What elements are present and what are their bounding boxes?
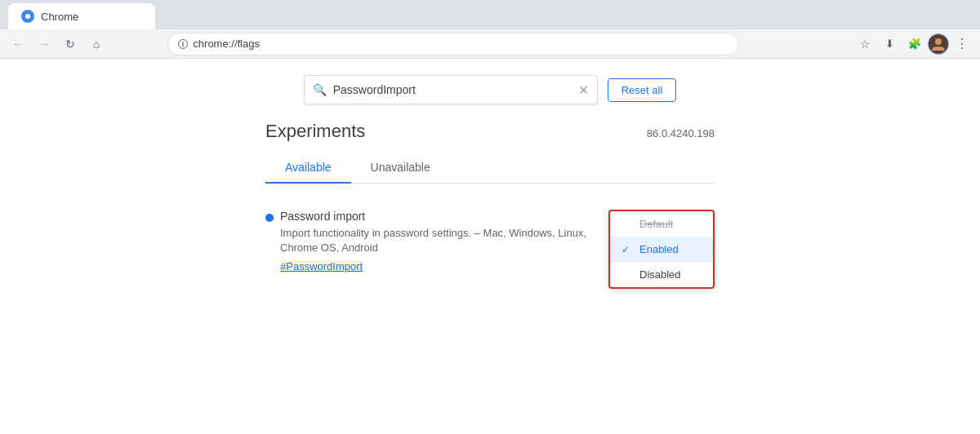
profile-avatar[interactable]: [928, 33, 949, 55]
tab-favicon: [21, 10, 34, 23]
experiments-header: Experiments 86.0.4240.198: [265, 121, 715, 153]
search-box: 🔍 ✕: [304, 75, 598, 104]
dropdown-option-default[interactable]: Default: [610, 211, 713, 237]
check-mark-enabled: ✓: [621, 244, 633, 255]
reload-button[interactable]: ↻: [59, 33, 82, 55]
experiment-left: Password import Import functionality in …: [265, 210, 600, 273]
download-icon: ⬇: [885, 38, 894, 50]
back-icon: ←: [12, 38, 24, 51]
version-text: 86.0.4240.198: [647, 127, 715, 140]
dropdown-label-enabled: Enabled: [639, 243, 679, 255]
experiment-dot: [265, 214, 274, 222]
svg-point-4: [935, 38, 942, 45]
page-title: Experiments: [265, 121, 365, 142]
home-icon: ⌂: [93, 38, 100, 51]
reload-icon: ↻: [65, 38, 75, 51]
dropdown-label-disabled: Disabled: [639, 268, 681, 281]
experiment-link[interactable]: #PasswordImport: [280, 260, 363, 272]
dropdown-option-enabled[interactable]: ✓ Enabled: [610, 237, 713, 262]
toolbar-icons: ☆ ⬇ 🧩 ⋮: [854, 33, 973, 55]
experiment-info: Password import Import functionality in …: [280, 210, 600, 273]
tab-unavailable[interactable]: Unavailable: [351, 153, 450, 184]
menu-button[interactable]: ⋮: [951, 33, 973, 55]
star-icon: ☆: [860, 38, 871, 51]
dropdown-menu: Default ✓ Enabled Disabled: [608, 210, 715, 289]
address-bar[interactable]: chrome://flags: [167, 33, 739, 55]
experiment-description: Import functionality in password setting…: [280, 226, 600, 255]
search-bar-container: 🔍 ✕ Reset all: [0, 75, 980, 104]
dropdown-label-default: Default: [639, 218, 673, 230]
search-clear-icon[interactable]: ✕: [578, 82, 589, 98]
browser-tab[interactable]: Chrome: [8, 3, 155, 29]
nav-buttons: ← → ↻ ⌂: [7, 33, 108, 55]
tabs-container: Available Unavailable: [265, 153, 715, 184]
experiment-name: Password import: [280, 210, 600, 223]
search-icon: 🔍: [313, 83, 327, 96]
extensions-icon: 🧩: [908, 38, 921, 50]
page-content: 🔍 ✕ Reset all Experiments 86.0.4240.198 …: [0, 59, 980, 410]
experiment-item: Password import Import functionality in …: [265, 200, 715, 283]
dropdown-container: Enabled ▾ Default ✓ Enabled Disabled: [617, 210, 715, 233]
search-input[interactable]: [333, 83, 572, 96]
tab-available[interactable]: Available: [265, 153, 351, 184]
address-bar-row: ← → ↻ ⌂ chrome://flags ☆ ⬇: [0, 29, 980, 59]
site-info-icon: [178, 39, 188, 49]
dropdown-option-disabled[interactable]: Disabled: [610, 262, 713, 287]
download-button[interactable]: ⬇: [879, 33, 902, 55]
forward-icon: →: [38, 38, 50, 51]
svg-point-1: [25, 14, 30, 19]
address-text: chrome://flags: [193, 38, 260, 50]
experiments-section: Experiments 86.0.4240.198 Available Unav…: [249, 121, 731, 283]
extensions-button[interactable]: 🧩: [903, 33, 926, 55]
forward-button[interactable]: →: [33, 33, 56, 55]
back-button[interactable]: ←: [7, 33, 29, 55]
menu-icon: ⋮: [956, 36, 969, 51]
home-button[interactable]: ⌂: [85, 33, 108, 55]
reset-all-button[interactable]: Reset all: [608, 78, 677, 102]
bookmark-button[interactable]: ☆: [854, 33, 877, 55]
tab-title: Chrome: [41, 11, 78, 23]
